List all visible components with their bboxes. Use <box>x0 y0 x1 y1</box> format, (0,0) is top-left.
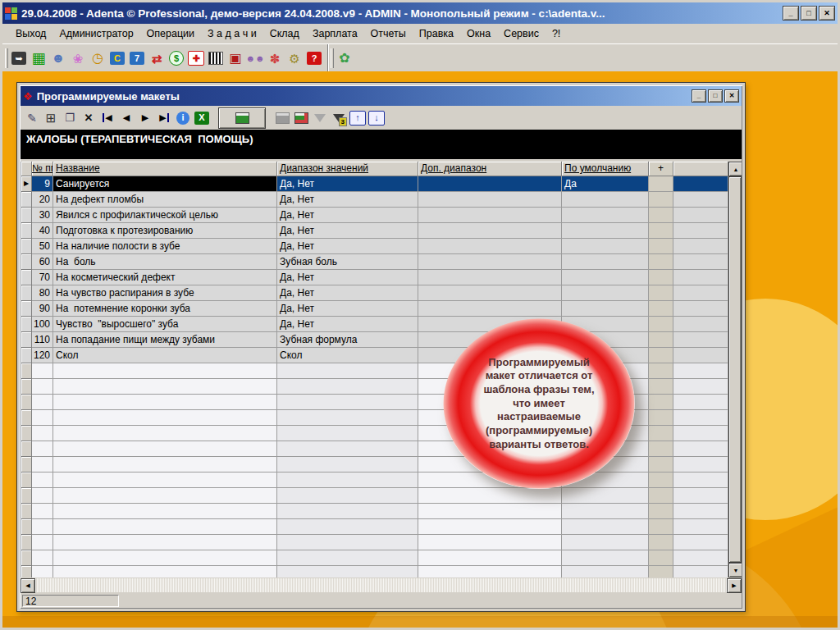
barcode-icon[interactable] <box>206 48 226 69</box>
table-row[interactable] <box>21 519 728 535</box>
table-row[interactable] <box>21 488 728 504</box>
cell-addl[interactable] <box>418 301 562 317</box>
design-icon[interactable]: ✽ <box>265 48 285 69</box>
row-marker[interactable] <box>21 317 32 332</box>
windows-grid-icon[interactable]: ▦ <box>29 48 48 69</box>
close-button[interactable]: ✕ <box>819 6 835 21</box>
cell-range[interactable] <box>277 441 418 457</box>
row-marker[interactable] <box>21 301 32 317</box>
cell-name[interactable] <box>53 566 277 578</box>
cell-name[interactable]: Санируется <box>53 176 277 192</box>
cell-range[interactable] <box>277 457 418 472</box>
cell-addl[interactable] <box>418 535 562 550</box>
row-marker[interactable] <box>21 441 32 457</box>
cell-plus[interactable] <box>649 472 673 488</box>
cell-addl[interactable] <box>418 208 562 223</box>
cell-def[interactable] <box>562 254 649 270</box>
cell-addl[interactable] <box>418 239 562 254</box>
cell-num[interactable]: 80 <box>32 285 53 301</box>
copy-record-icon[interactable]: ❐ <box>61 108 79 128</box>
cell-addl[interactable] <box>418 550 562 566</box>
cell-name[interactable] <box>53 550 277 566</box>
cell-range[interactable]: Да, Нет <box>277 285 418 301</box>
menu-item-7[interactable]: Правка <box>413 25 460 42</box>
row-marker[interactable] <box>21 519 32 535</box>
mdi-maximize-button[interactable]: □ <box>708 89 723 103</box>
nav-prev-icon[interactable]: ◀ <box>117 108 135 128</box>
cell-name[interactable]: Чувство "выросшего" зуба <box>53 317 277 332</box>
cell-num[interactable]: 110 <box>32 332 53 348</box>
cell-num[interactable]: 90 <box>32 301 53 317</box>
cell-range[interactable] <box>277 426 418 441</box>
clock-icon[interactable]: ◷ <box>88 48 107 69</box>
cell-name[interactable] <box>53 519 277 535</box>
cell-plus[interactable] <box>649 488 673 504</box>
row-marker[interactable] <box>21 410 32 426</box>
cell-range[interactable] <box>277 519 418 535</box>
nav-first-icon[interactable]: ◀ <box>98 108 116 128</box>
cell-range[interactable]: Да, Нет <box>277 317 418 332</box>
cell-plus[interactable] <box>649 176 673 192</box>
table-row[interactable]: ▶9СанируетсяДа, НетДа <box>21 176 728 192</box>
exit-icon[interactable]: ➥ <box>9 48 29 69</box>
table-row[interactable] <box>21 566 728 578</box>
row-marker[interactable] <box>21 239 32 254</box>
column-header-1[interactable]: Название <box>53 162 277 176</box>
payments-icon[interactable]: $ <box>167 48 186 69</box>
table-row[interactable]: 70На косметический дефектДа, Нет <box>21 270 728 285</box>
horizontal-scroll-track[interactable] <box>35 578 727 592</box>
cell-name[interactable]: Подготовка к протезированию <box>53 223 277 239</box>
cell-plus[interactable] <box>649 457 673 472</box>
minimize-button[interactable]: _ <box>783 6 799 21</box>
cell-plus[interactable] <box>649 441 673 457</box>
settings-gear-icon[interactable]: ⚙ <box>285 48 304 69</box>
scroll-down-icon[interactable]: ▼ <box>728 563 742 578</box>
cell-addl[interactable] <box>418 176 562 192</box>
cell-num[interactable]: 70 <box>32 270 53 285</box>
mdi-close-button[interactable]: ✕ <box>724 89 739 103</box>
cell-addl[interactable] <box>418 519 562 535</box>
row-marker[interactable] <box>21 379 32 395</box>
cell-addl[interactable] <box>418 566 562 578</box>
vertical-scroll-thumb[interactable] <box>728 176 742 563</box>
cell-num[interactable] <box>32 535 53 550</box>
vertical-scrollbar[interactable]: ▲ ▼ <box>728 162 742 578</box>
cell-plus[interactable] <box>649 301 673 317</box>
move-down-icon[interactable]: ↓ <box>368 108 386 128</box>
cell-num[interactable] <box>32 566 53 578</box>
cell-def[interactable] <box>562 566 649 578</box>
row-marker[interactable] <box>21 472 32 488</box>
patients-icon[interactable]: ☻ <box>48 48 68 69</box>
cell-def[interactable] <box>562 301 649 317</box>
cell-def[interactable] <box>562 550 649 566</box>
cell-plus[interactable] <box>649 379 673 395</box>
table-row[interactable]: 90На потемнение коронки зубаДа, Нет <box>21 301 728 317</box>
print-setup-icon[interactable] <box>292 108 310 128</box>
horizontal-scrollbar[interactable]: ◀ ▶ <box>21 578 742 592</box>
menu-item-0[interactable]: Выход <box>9 25 52 42</box>
cell-num[interactable]: 60 <box>32 254 53 270</box>
row-marker[interactable] <box>21 332 32 348</box>
cell-name[interactable] <box>53 488 277 504</box>
row-marker[interactable] <box>21 457 32 472</box>
mdi-minimize-button[interactable]: _ <box>692 89 706 103</box>
cell-name[interactable]: Явился с профилактической целью <box>53 208 277 223</box>
cell-plus[interactable] <box>649 348 673 363</box>
cell-name[interactable]: На косметический дефект <box>53 270 277 285</box>
print-icon[interactable] <box>218 107 266 129</box>
table-row[interactable] <box>21 472 728 488</box>
menu-item-1[interactable]: Администратор <box>52 25 139 42</box>
scroll-up-icon[interactable]: ▲ <box>728 162 742 176</box>
column-header-2[interactable]: Диапазон значений <box>277 162 418 176</box>
table-row[interactable] <box>21 535 728 550</box>
nav-last-icon[interactable]: ▶ <box>155 108 173 128</box>
cell-range[interactable]: Скол <box>277 348 418 363</box>
cell-plus[interactable] <box>649 270 673 285</box>
cell-range[interactable]: Да, Нет <box>277 301 418 317</box>
row-marker[interactable] <box>21 395 32 410</box>
cell-def[interactable] <box>562 239 649 254</box>
cell-name[interactable] <box>53 441 277 457</box>
cell-name[interactable] <box>53 535 277 550</box>
cell-def[interactable] <box>562 535 649 550</box>
add-record-icon[interactable]: ⊞ <box>42 108 60 128</box>
